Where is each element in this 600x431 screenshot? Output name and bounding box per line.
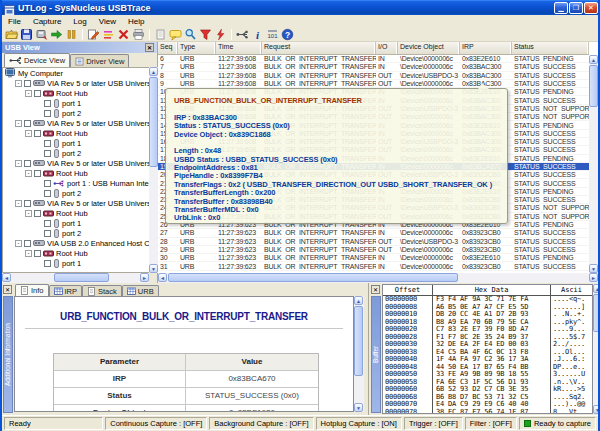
menu-file[interactable]: File bbox=[2, 17, 27, 26]
usb-view-close-icon[interactable]: ✕ bbox=[145, 43, 154, 52]
save-log-icon[interactable] bbox=[19, 27, 34, 41]
tree-vertical-scrollbar[interactable]: ▲ ▼ bbox=[149, 67, 158, 273]
column-header-type[interactable]: Type bbox=[178, 42, 216, 54]
buffer-scroll-thumb[interactable] bbox=[593, 294, 600, 332]
maximize-button[interactable]: ❐ bbox=[569, 2, 583, 14]
minimize-button[interactable]: ▁ bbox=[554, 2, 568, 14]
collapse-icon[interactable]: - bbox=[15, 160, 22, 167]
tree-item[interactable]: -VIA Rev 5 or later USB Universal Host C bbox=[3, 118, 149, 128]
title-bar[interactable]: UTLog - SysNucleus USBTrace ▁ ❐ ✕ bbox=[0, 0, 600, 15]
collapse-icon[interactable]: - bbox=[25, 250, 32, 257]
device-checkbox[interactable] bbox=[44, 190, 51, 197]
tree-item[interactable]: -Root Hub bbox=[3, 208, 149, 218]
tab-stack[interactable]: Stack bbox=[82, 285, 122, 296]
help-icon[interactable]: ? bbox=[280, 27, 295, 41]
log-horizontal-scrollbar[interactable]: ◄ ► bbox=[158, 273, 598, 283]
scroll-right-icon[interactable]: ► bbox=[589, 273, 598, 282]
tree-item[interactable]: -Root Hub bbox=[3, 128, 149, 138]
device-checkbox[interactable] bbox=[24, 240, 31, 247]
table-row[interactable]: 30URB11:27:39:623BULK_OR_INTERRUPT_TRANS… bbox=[158, 254, 589, 262]
tooltip-toggle-icon[interactable] bbox=[168, 27, 183, 41]
device-checkbox[interactable] bbox=[34, 210, 41, 217]
filter-icon[interactable] bbox=[198, 27, 213, 41]
close-button[interactable]: ✕ bbox=[584, 2, 598, 14]
tab-device-view[interactable]: Device View bbox=[4, 53, 70, 67]
print-icon[interactable] bbox=[131, 27, 146, 41]
column-header-time[interactable]: Time bbox=[216, 42, 262, 54]
scroll-up-icon[interactable]: ▲ bbox=[149, 67, 158, 76]
tree-item[interactable]: -Root Hub bbox=[3, 88, 149, 98]
scroll-down-icon[interactable]: ▼ bbox=[149, 264, 158, 273]
device-checkbox[interactable] bbox=[24, 120, 31, 127]
device-checkbox[interactable] bbox=[24, 80, 31, 87]
device-checkbox[interactable] bbox=[44, 230, 51, 237]
table-row[interactable]: 29URB11:27:39:623BULK_OR_INTERRUPT_TRANS… bbox=[158, 246, 589, 254]
tree-item[interactable]: port 2 bbox=[3, 108, 149, 118]
tree-item[interactable]: port 1 bbox=[3, 258, 149, 268]
table-row[interactable]: 27URB11:27:39:623BULK_OR_INTERRUPT_TRANS… bbox=[158, 229, 589, 237]
binary-view-icon[interactable]: 101 bbox=[265, 27, 280, 41]
tree-item[interactable]: -VIA USB 2.0 Enhanced Host Controller bbox=[3, 238, 149, 248]
tab-info[interactable]: Info bbox=[15, 284, 49, 296]
tab-urb[interactable]: URB bbox=[122, 285, 159, 296]
menu-capture[interactable]: Capture bbox=[27, 17, 67, 26]
log-hscroll-thumb[interactable] bbox=[168, 273, 458, 282]
usb-view-icon[interactable] bbox=[235, 27, 250, 41]
tree-item[interactable]: -VIA Rev 5 or later USB Universal Host C bbox=[3, 78, 149, 88]
table-row[interactable]: 28URB11:27:39:623BULK_OR_INTERRUPT_TRANS… bbox=[158, 238, 589, 246]
device-checkbox[interactable] bbox=[34, 90, 41, 97]
column-header-io[interactable]: I/O bbox=[376, 42, 398, 54]
device-checkbox[interactable] bbox=[34, 130, 41, 137]
log-table-header[interactable]: SeqTypeTimeRequestI/ODevice ObjectIRPSta… bbox=[158, 42, 589, 55]
device-checkbox[interactable] bbox=[44, 220, 51, 227]
scroll-right-icon[interactable]: ► bbox=[140, 273, 149, 282]
delete-log-icon[interactable] bbox=[116, 27, 131, 41]
tree-hscroll-thumb[interactable] bbox=[54, 273, 109, 282]
table-row[interactable]: 9URB11:27:39:608BULK_OR_INTERRUPT_TRANSF… bbox=[158, 80, 589, 88]
collapse-icon[interactable]: - bbox=[25, 210, 32, 217]
collapse-icon[interactable]: - bbox=[15, 240, 22, 247]
scroll-left-icon[interactable]: ◄ bbox=[158, 273, 167, 282]
column-header-deviceobject[interactable]: Device Object bbox=[398, 42, 460, 54]
buffer-vertical-scrollbar[interactable]: ▲ ▼ bbox=[593, 284, 600, 414]
scroll-down-icon[interactable]: ▼ bbox=[589, 264, 598, 273]
menu-view[interactable]: View bbox=[93, 17, 122, 26]
pause-capture-icon[interactable] bbox=[64, 27, 79, 41]
log-scroll-thumb[interactable] bbox=[589, 65, 598, 107]
scroll-left-icon[interactable]: ◄ bbox=[2, 273, 11, 282]
tree-scroll-thumb[interactable] bbox=[149, 77, 158, 167]
device-checkbox[interactable] bbox=[44, 150, 51, 157]
tree-item[interactable]: -Root Hub bbox=[3, 248, 149, 258]
tree-item[interactable]: port 1 bbox=[3, 138, 149, 148]
info-scroll-thumb[interactable] bbox=[354, 306, 363, 376]
info-vertical-scrollbar[interactable]: ▲ ▼ bbox=[354, 296, 364, 412]
start-capture-icon[interactable] bbox=[49, 27, 64, 41]
tree-item[interactable]: port 1 bbox=[3, 98, 149, 108]
table-row[interactable]: 31URB11:27:39:623BULK_OR_INTERRUPT_TRANS… bbox=[158, 262, 589, 270]
collapse-icon[interactable]: - bbox=[25, 170, 32, 177]
table-row[interactable]: 8URB11:27:39:608BULK_OR_INTERRUPT_TRANSF… bbox=[158, 72, 589, 80]
buffer-panel-close-icon[interactable]: ✕ bbox=[371, 285, 380, 294]
log-vertical-scrollbar[interactable]: ▲ ▼ bbox=[589, 55, 598, 273]
device-checkbox[interactable] bbox=[24, 200, 31, 207]
device-checkbox[interactable] bbox=[44, 110, 51, 117]
edit-comment-icon[interactable] bbox=[86, 27, 101, 41]
scroll-up-icon[interactable]: ▲ bbox=[354, 296, 363, 305]
collapse-icon[interactable]: - bbox=[15, 120, 22, 127]
tab-driver-view[interactable]: Driver View bbox=[70, 54, 129, 67]
collapse-icon[interactable]: - bbox=[15, 80, 22, 87]
device-checkbox[interactable] bbox=[44, 180, 51, 187]
device-checkbox[interactable] bbox=[34, 170, 41, 177]
tree-item[interactable]: port 2 bbox=[3, 188, 149, 198]
table-row[interactable]: 6URB11:27:39:608BULK_OR_INTERRUPT_TRANSF… bbox=[158, 55, 589, 63]
collapse-icon[interactable]: - bbox=[15, 200, 22, 207]
info-panel-close-icon[interactable]: ✕ bbox=[3, 285, 12, 294]
scroll-up-icon[interactable]: ▲ bbox=[589, 55, 598, 64]
clear-log-icon[interactable] bbox=[101, 27, 116, 41]
column-header-status[interactable]: Status bbox=[512, 42, 589, 54]
tree-item[interactable]: My Computer bbox=[3, 68, 149, 78]
device-checkbox[interactable] bbox=[24, 160, 31, 167]
device-checkbox[interactable] bbox=[44, 100, 51, 107]
device-checkbox[interactable] bbox=[34, 250, 41, 257]
tab-irp[interactable]: IRP bbox=[49, 285, 83, 296]
